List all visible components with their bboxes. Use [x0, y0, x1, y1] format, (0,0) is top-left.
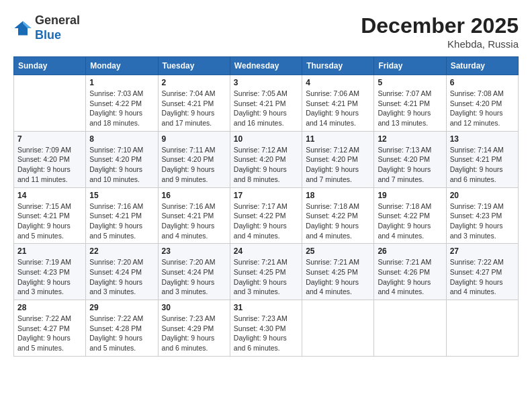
day-number: 28	[17, 303, 82, 312]
location-subtitle: Khebda, Russia	[361, 38, 519, 50]
day-info: Sunrise: 7:10 AMSunset: 4:20 PMDaylight:…	[89, 145, 154, 185]
page-header: General Blue December 2025 Khebda, Russi…	[13, 13, 519, 50]
calendar-cell: 26Sunrise: 7:21 AMSunset: 4:26 PMDayligh…	[374, 244, 446, 300]
day-number: 19	[378, 191, 442, 200]
calendar-cell: 8Sunrise: 7:10 AMSunset: 4:20 PMDaylight…	[86, 131, 158, 187]
day-number: 6	[450, 78, 515, 87]
calendar-cell	[302, 300, 374, 357]
weekday-header-thursday: Thursday	[302, 57, 374, 75]
day-number: 16	[162, 191, 226, 200]
calendar-cell: 22Sunrise: 7:20 AMSunset: 4:24 PMDayligh…	[86, 244, 158, 300]
day-number: 31	[234, 303, 298, 312]
day-info: Sunrise: 7:22 AMSunset: 4:28 PMDaylight:…	[89, 314, 154, 353]
weekday-header-friday: Friday	[374, 57, 446, 75]
calendar-cell: 21Sunrise: 7:19 AMSunset: 4:23 PMDayligh…	[14, 244, 86, 300]
day-info: Sunrise: 7:08 AMSunset: 4:20 PMDaylight:…	[450, 89, 515, 128]
day-info: Sunrise: 7:11 AMSunset: 4:20 PMDaylight:…	[162, 145, 226, 185]
calendar-cell: 7Sunrise: 7:09 AMSunset: 4:20 PMDaylight…	[14, 131, 86, 187]
calendar-cell: 9Sunrise: 7:11 AMSunset: 4:20 PMDaylight…	[158, 131, 230, 187]
weekday-header-wednesday: Wednesday	[230, 57, 302, 75]
day-info: Sunrise: 7:07 AMSunset: 4:21 PMDaylight:…	[378, 89, 442, 128]
weekday-header-monday: Monday	[86, 57, 158, 75]
day-number: 25	[306, 246, 370, 256]
day-number: 24	[234, 246, 298, 256]
day-info: Sunrise: 7:04 AMSunset: 4:21 PMDaylight:…	[162, 89, 226, 128]
day-info: Sunrise: 7:19 AMSunset: 4:23 PMDaylight:…	[17, 257, 82, 297]
day-info: Sunrise: 7:03 AMSunset: 4:22 PMDaylight:…	[89, 89, 154, 128]
day-number: 5	[378, 78, 442, 87]
day-info: Sunrise: 7:23 AMSunset: 4:29 PMDaylight:…	[162, 314, 226, 353]
calendar-cell: 4Sunrise: 7:06 AMSunset: 4:21 PMDaylight…	[302, 75, 374, 132]
weekday-header-tuesday: Tuesday	[158, 57, 230, 75]
logo: General Blue	[13, 13, 80, 42]
month-year-title: December 2025	[361, 13, 519, 38]
day-info: Sunrise: 7:17 AMSunset: 4:22 PMDaylight:…	[234, 201, 298, 241]
day-number: 15	[89, 191, 154, 200]
day-number: 11	[306, 134, 370, 144]
calendar-table: SundayMondayTuesdayWednesdayThursdayFrid…	[13, 56, 519, 357]
calendar-cell: 25Sunrise: 7:21 AMSunset: 4:25 PMDayligh…	[302, 244, 374, 300]
calendar-cell: 19Sunrise: 7:18 AMSunset: 4:22 PMDayligh…	[374, 187, 446, 244]
calendar-cell: 29Sunrise: 7:22 AMSunset: 4:28 PMDayligh…	[86, 300, 158, 357]
logo-icon	[13, 19, 32, 38]
day-number: 29	[89, 303, 154, 312]
day-number: 2	[162, 78, 226, 87]
calendar-cell: 15Sunrise: 7:16 AMSunset: 4:21 PMDayligh…	[86, 187, 158, 244]
calendar-cell: 2Sunrise: 7:04 AMSunset: 4:21 PMDaylight…	[158, 75, 230, 132]
day-info: Sunrise: 7:18 AMSunset: 4:22 PMDaylight:…	[378, 201, 442, 241]
day-info: Sunrise: 7:06 AMSunset: 4:21 PMDaylight:…	[306, 89, 370, 128]
calendar-cell: 3Sunrise: 7:05 AMSunset: 4:21 PMDaylight…	[230, 75, 302, 132]
day-info: Sunrise: 7:22 AMSunset: 4:27 PMDaylight:…	[450, 257, 515, 297]
day-info: Sunrise: 7:20 AMSunset: 4:24 PMDaylight:…	[89, 257, 154, 297]
day-info: Sunrise: 7:16 AMSunset: 4:21 PMDaylight:…	[162, 201, 226, 241]
day-info: Sunrise: 7:21 AMSunset: 4:26 PMDaylight:…	[378, 257, 442, 297]
day-number: 9	[162, 134, 226, 144]
day-info: Sunrise: 7:15 AMSunset: 4:21 PMDaylight:…	[17, 201, 82, 241]
calendar-cell: 14Sunrise: 7:15 AMSunset: 4:21 PMDayligh…	[14, 187, 86, 244]
calendar-cell: 17Sunrise: 7:17 AMSunset: 4:22 PMDayligh…	[230, 187, 302, 244]
calendar-week-row: 14Sunrise: 7:15 AMSunset: 4:21 PMDayligh…	[14, 187, 519, 244]
day-number: 3	[234, 78, 298, 87]
logo-text: General Blue	[35, 13, 80, 42]
day-info: Sunrise: 7:12 AMSunset: 4:20 PMDaylight:…	[306, 145, 370, 185]
calendar-cell	[374, 300, 446, 357]
day-info: Sunrise: 7:23 AMSunset: 4:30 PMDaylight:…	[234, 314, 298, 353]
day-number: 30	[162, 303, 226, 312]
day-number: 27	[450, 246, 515, 256]
calendar-cell: 27Sunrise: 7:22 AMSunset: 4:27 PMDayligh…	[446, 244, 518, 300]
calendar-cell: 24Sunrise: 7:21 AMSunset: 4:25 PMDayligh…	[230, 244, 302, 300]
weekday-header-saturday: Saturday	[446, 57, 518, 75]
day-info: Sunrise: 7:16 AMSunset: 4:21 PMDaylight:…	[89, 201, 154, 241]
day-info: Sunrise: 7:18 AMSunset: 4:22 PMDaylight:…	[306, 201, 370, 241]
calendar-cell	[446, 300, 518, 357]
calendar-cell: 10Sunrise: 7:12 AMSunset: 4:20 PMDayligh…	[230, 131, 302, 187]
day-number: 22	[89, 246, 154, 256]
day-number: 26	[378, 246, 442, 256]
calendar-week-row: 1Sunrise: 7:03 AMSunset: 4:22 PMDaylight…	[14, 75, 519, 132]
day-number: 4	[306, 78, 370, 87]
calendar-cell: 12Sunrise: 7:13 AMSunset: 4:20 PMDayligh…	[374, 131, 446, 187]
calendar-week-row: 28Sunrise: 7:22 AMSunset: 4:27 PMDayligh…	[14, 300, 519, 357]
calendar-cell: 1Sunrise: 7:03 AMSunset: 4:22 PMDaylight…	[86, 75, 158, 132]
day-number: 14	[17, 191, 82, 200]
day-info: Sunrise: 7:21 AMSunset: 4:25 PMDaylight:…	[306, 257, 370, 297]
day-info: Sunrise: 7:22 AMSunset: 4:27 PMDaylight:…	[17, 314, 82, 353]
title-block: December 2025 Khebda, Russia	[361, 13, 519, 50]
calendar-cell: 18Sunrise: 7:18 AMSunset: 4:22 PMDayligh…	[302, 187, 374, 244]
day-number: 17	[234, 191, 298, 200]
day-info: Sunrise: 7:12 AMSunset: 4:20 PMDaylight:…	[234, 145, 298, 185]
calendar-body: 1Sunrise: 7:03 AMSunset: 4:22 PMDaylight…	[14, 75, 519, 357]
day-number: 21	[17, 246, 82, 256]
calendar-cell: 31Sunrise: 7:23 AMSunset: 4:30 PMDayligh…	[230, 300, 302, 357]
day-number: 23	[162, 246, 226, 256]
calendar-cell: 16Sunrise: 7:16 AMSunset: 4:21 PMDayligh…	[158, 187, 230, 244]
day-info: Sunrise: 7:20 AMSunset: 4:24 PMDaylight:…	[162, 257, 226, 297]
day-info: Sunrise: 7:21 AMSunset: 4:25 PMDaylight:…	[234, 257, 298, 297]
day-number: 20	[450, 191, 515, 200]
day-number: 10	[234, 134, 298, 144]
weekday-header-sunday: Sunday	[14, 57, 86, 75]
day-info: Sunrise: 7:14 AMSunset: 4:21 PMDaylight:…	[450, 145, 515, 185]
calendar-cell: 6Sunrise: 7:08 AMSunset: 4:20 PMDaylight…	[446, 75, 518, 132]
calendar-week-row: 7Sunrise: 7:09 AMSunset: 4:20 PMDaylight…	[14, 131, 519, 187]
calendar-cell: 30Sunrise: 7:23 AMSunset: 4:29 PMDayligh…	[158, 300, 230, 357]
